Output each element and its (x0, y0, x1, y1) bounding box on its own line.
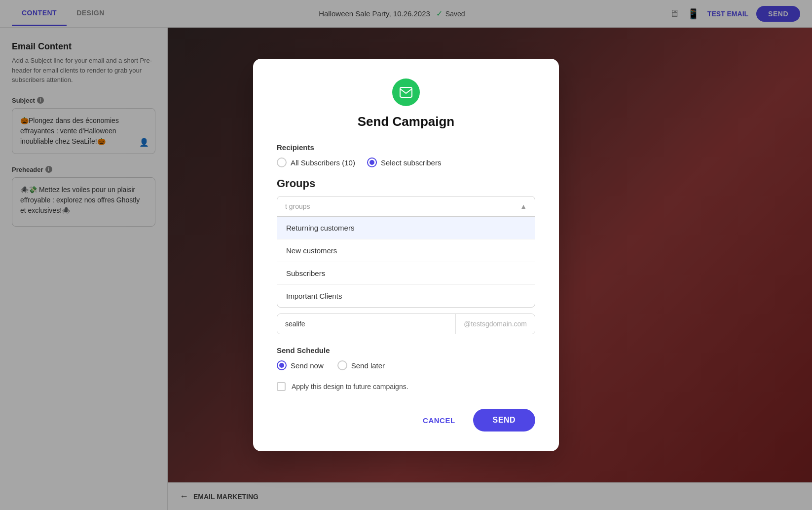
recipients-label: Recipients (277, 143, 535, 152)
email-icon (392, 78, 420, 106)
dropdown-trigger[interactable]: t groups ▲ (277, 196, 535, 217)
chevron-up-icon: ▲ (520, 202, 527, 210)
email-row: sealife @testsgdomain.com (277, 314, 535, 334)
send-now-radio[interactable] (277, 360, 287, 370)
all-subscribers-radio[interactable] (277, 157, 287, 167)
all-subscribers-label: All Subscribers (10) (291, 158, 355, 167)
apply-design-label: Apply this design to future campaigns. (292, 383, 408, 391)
dropdown-item-returning[interactable]: Returning customers (277, 217, 535, 239)
send-later-radio[interactable] (337, 360, 347, 370)
dropdown-item-subscribers[interactable]: Subscribers (277, 262, 535, 285)
modal-title: Send Campaign (277, 114, 535, 129)
dropdown-placeholder: t groups (285, 202, 310, 210)
radio-inner (369, 160, 374, 165)
schedule-label: Send Schedule (277, 346, 535, 354)
select-subscribers-option[interactable]: Select subscribers (367, 157, 442, 167)
select-subscribers-radio[interactable] (367, 157, 377, 167)
svg-rect-0 (400, 87, 412, 97)
cancel-button[interactable]: CANCEL (413, 410, 465, 431)
send-later-label: Send later (351, 361, 385, 370)
send-now-option[interactable]: Send now (277, 360, 324, 370)
modal-actions: CANCEL SEND (277, 409, 535, 432)
groups-label: Groups (277, 177, 535, 190)
dropdown-item-new[interactable]: New customers (277, 239, 535, 262)
modal-overlay: Send Campaign Recipients All Subscribers… (0, 0, 812, 510)
schedule-options: Send now Send later (277, 360, 535, 370)
apply-design-row: Apply this design to future campaigns. (277, 382, 535, 391)
all-subscribers-option[interactable]: All Subscribers (10) (277, 157, 355, 167)
send-button[interactable]: SEND (473, 409, 535, 432)
send-campaign-modal: Send Campaign Recipients All Subscribers… (253, 59, 559, 451)
select-subscribers-label: Select subscribers (381, 158, 442, 167)
send-now-label: Send now (291, 361, 324, 370)
email-name[interactable]: sealife (277, 314, 456, 334)
send-now-radio-inner (279, 363, 284, 368)
apply-design-checkbox[interactable] (277, 382, 286, 391)
recipients-radio-group: All Subscribers (10) Select subscribers (277, 157, 535, 167)
dropdown-item-important[interactable]: Important Clients (277, 285, 535, 307)
send-later-option[interactable]: Send later (337, 360, 385, 370)
dropdown-list: Returning customers New customers Subscr… (277, 217, 535, 308)
modal-icon-wrap (277, 78, 535, 106)
groups-dropdown[interactable]: t groups ▲ Returning customers New custo… (277, 196, 535, 308)
email-domain: @testsgdomain.com (456, 314, 535, 334)
